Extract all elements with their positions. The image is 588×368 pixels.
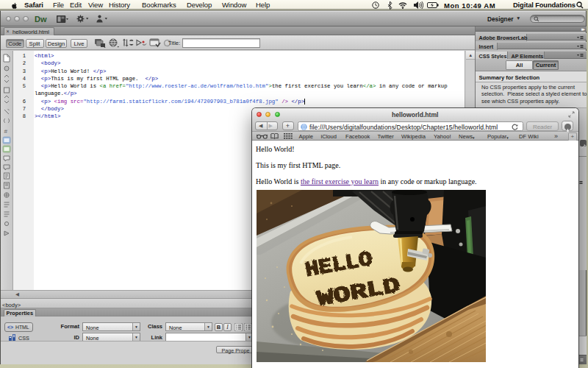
svg-text:#: # [4, 128, 8, 135]
